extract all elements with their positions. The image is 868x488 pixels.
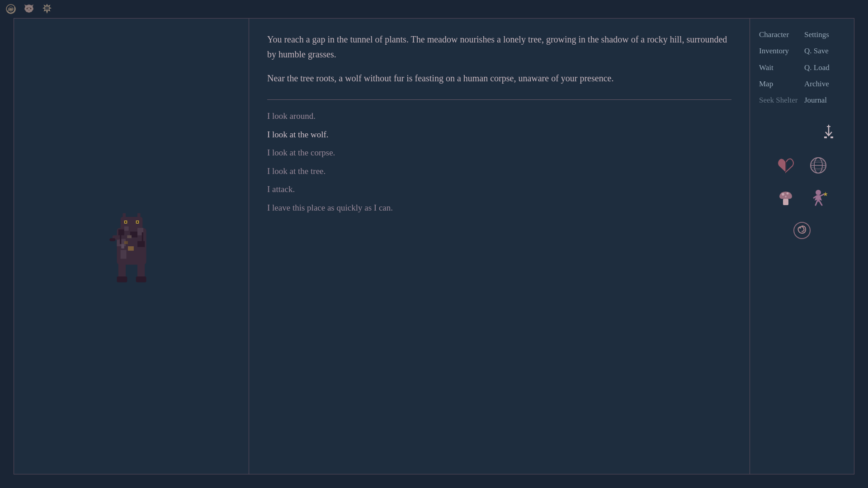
svg-rect-27	[137, 221, 138, 223]
snail-icon[interactable]	[5, 3, 17, 15]
svg-rect-28	[123, 213, 126, 219]
menu-grid: Character Settings Inventory Q. Save Wai…	[759, 28, 845, 108]
svg-line-54	[819, 201, 822, 205]
svg-rect-46	[783, 199, 788, 205]
svg-rect-23	[136, 277, 146, 282]
download-icon[interactable]	[817, 121, 840, 145]
choice-look-corpse[interactable]: I look at the corpse.	[267, 145, 731, 160]
svg-point-56	[794, 222, 810, 239]
swirl-row	[759, 219, 845, 242]
menu-map[interactable]: Map	[759, 77, 800, 91]
globe-status-icon[interactable]	[807, 154, 830, 177]
svg-rect-35	[824, 136, 827, 138]
menu-wait[interactable]: Wait	[759, 61, 800, 75]
description-paragraph1: You reach a gap in the tunnel of plants.…	[267, 32, 731, 62]
top-bar	[0, 0, 868, 18]
menu-archive[interactable]: Archive	[804, 77, 845, 91]
icons-section	[759, 117, 845, 465]
creature-image	[102, 206, 161, 287]
heart-status-icon[interactable]	[774, 154, 797, 177]
svg-rect-17	[121, 244, 124, 249]
choice-look-tree[interactable]: I look at the tree.	[267, 164, 731, 179]
svg-marker-55	[823, 192, 828, 196]
svg-rect-9	[124, 226, 128, 231]
svg-point-3	[27, 8, 28, 9]
divider	[267, 99, 731, 100]
wolf-head-icon[interactable]	[23, 3, 35, 15]
menu-q-load[interactable]: Q. Load	[804, 61, 845, 75]
svg-rect-15	[133, 249, 142, 259]
swirl-status-icon[interactable]	[790, 219, 814, 242]
svg-rect-33	[109, 238, 115, 241]
left-panel	[14, 19, 249, 474]
svg-rect-26	[125, 221, 126, 223]
menu-seek-shelter: Seek Shelter	[759, 93, 800, 108]
svg-line-53	[816, 201, 817, 205]
svg-rect-18	[127, 246, 133, 251]
right-panel: Character Settings Inventory Q. Save Wai…	[750, 19, 854, 474]
choice-list: I look around. I look at the wolf. I loo…	[267, 109, 731, 215]
main-container: You reach a gap in the tunnel of plants.…	[14, 18, 854, 474]
svg-point-57	[799, 227, 801, 229]
svg-point-49	[785, 196, 787, 197]
mushroom-status-icon[interactable]	[774, 186, 797, 210]
svg-point-4	[30, 8, 32, 9]
feather-icon[interactable]	[41, 3, 53, 15]
center-panel: You reach a gap in the tunnel of plants.…	[249, 19, 750, 474]
svg-point-2	[10, 8, 12, 10]
svg-rect-30	[120, 234, 121, 244]
mushroom-char-row	[759, 186, 845, 210]
svg-rect-13	[137, 241, 145, 247]
choice-look-wolf[interactable]: I look at the wolf.	[267, 127, 731, 142]
svg-point-47	[782, 193, 784, 196]
svg-rect-31	[142, 232, 143, 244]
menu-inventory[interactable]: Inventory	[759, 44, 800, 58]
choice-attack[interactable]: I attack.	[267, 182, 731, 197]
svg-rect-14	[120, 250, 126, 259]
menu-journal[interactable]: Journal	[804, 93, 845, 108]
svg-rect-16	[127, 235, 132, 239]
svg-rect-19	[124, 241, 127, 244]
menu-q-save[interactable]: Q. Save	[804, 44, 845, 58]
svg-rect-29	[137, 213, 141, 219]
menu-character[interactable]: Character	[759, 28, 800, 42]
choice-leave[interactable]: I leave this place as quickly as I can.	[267, 201, 731, 216]
svg-point-48	[787, 192, 789, 195]
heart-globe-row	[759, 154, 845, 177]
svg-point-50	[816, 190, 821, 195]
choice-look-around[interactable]: I look around.	[267, 109, 731, 124]
svg-rect-36	[830, 136, 833, 138]
svg-rect-22	[117, 277, 127, 282]
description-paragraph2: Near the tree roots, a wolf without fur …	[267, 71, 731, 86]
svg-line-51	[820, 194, 824, 196]
menu-settings[interactable]: Settings	[804, 28, 845, 42]
character-status-icon[interactable]	[807, 186, 830, 210]
